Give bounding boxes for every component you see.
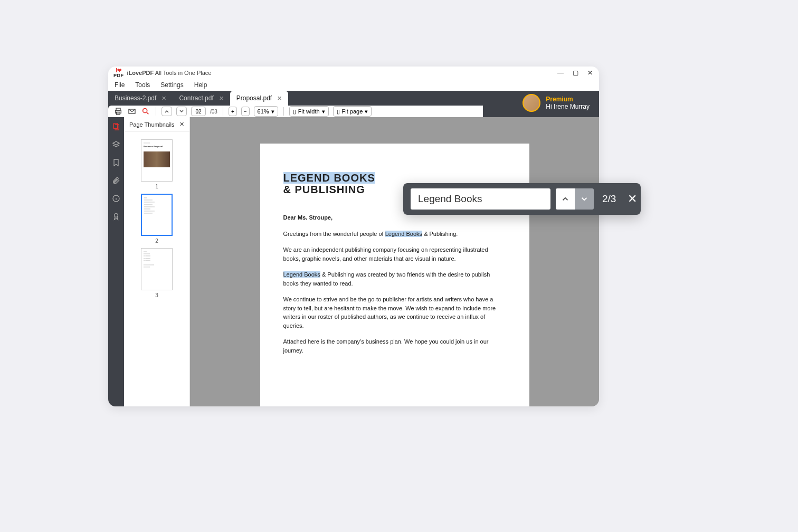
search-prev-button[interactable] (556, 188, 575, 210)
thumb-cover-image (144, 151, 170, 167)
user-block[interactable]: Premium Hi Irene Murray (522, 94, 590, 112)
thumbnail-number: 1 (155, 184, 158, 189)
paragraph-4: We continue to strive and be the go-to p… (283, 295, 506, 330)
search-result-count: 2/3 (602, 193, 616, 205)
paragraph-5: Attached here is the company's business … (283, 337, 506, 355)
thumbnail-3[interactable]: ━━━━━━━━━━━ ━━━━━━ ━━━━━━ ━━━━━━━━━━━━━━… (141, 248, 173, 290)
menu-help[interactable]: Help (194, 81, 207, 89)
thumbnail-number: 3 (155, 292, 158, 298)
prev-page-button[interactable] (162, 107, 172, 116)
thumbnail-1[interactable]: ━━━━━━ Business Proposal (141, 139, 173, 182)
separator (156, 107, 156, 116)
titlebar: I❤ PDF iLovePDF All Tools in One Place —… (108, 66, 599, 79)
app-window: I❤ PDF iLovePDF All Tools in One Place —… (108, 66, 599, 406)
premium-badge: Premium (546, 96, 590, 103)
close-button[interactable]: ✕ (586, 69, 594, 77)
search-highlight: Legend Books (283, 271, 320, 278)
paragraph-3: Legend Books & Publishing was created by… (283, 270, 506, 288)
attachment-icon[interactable] (112, 176, 120, 185)
tab-close-icon[interactable]: ✕ (277, 95, 282, 102)
avatar (522, 94, 540, 112)
thumbnail-item[interactable]: ━━━━━━ Business Proposal 1 (141, 139, 173, 189)
app-logo: I❤ PDF (113, 68, 124, 78)
page-total: /03 (210, 109, 217, 115)
search-icon[interactable] (141, 107, 150, 116)
icon-rail (108, 117, 124, 406)
tab-contract[interactable]: Contract.pdf ✕ (173, 91, 230, 106)
search-close-icon[interactable]: ✕ (628, 193, 637, 205)
thumbnail-item[interactable]: ━━━━━━━━━━━ ━━━━━━ ━━━━━━ ━━━━━━━━━━━━━━… (141, 248, 173, 298)
paragraph-2: We are an independent publishing company… (283, 245, 506, 263)
thumbnail-item[interactable]: ━━━━━━━━━━━━━━━━━━━━━━━━━━━━━━━━━━━━━━━━… (141, 194, 173, 244)
logo-heart-icon: I❤ (116, 68, 121, 73)
search-bar: 2/3 ✕ (403, 183, 641, 215)
chevron-down-icon: ▾ (322, 108, 325, 115)
mail-icon[interactable] (127, 107, 137, 116)
fit-width-dropdown[interactable]: ▯ Fit width ▾ (289, 106, 329, 117)
maximize-button[interactable]: ▢ (572, 69, 579, 77)
tab-proposal[interactable]: Proposal.pdf ✕ (230, 91, 288, 106)
paragraph-1: Greetings from the wonderful people of L… (283, 230, 506, 239)
thumbnails-panel: Page Thumbnails ✕ ━━━━━━ Business Propos… (124, 117, 190, 406)
bookmark-icon[interactable] (112, 158, 120, 167)
fit-page-dropdown[interactable]: ▯ Fit page ▾ (333, 106, 372, 117)
layers-icon[interactable] (112, 140, 120, 149)
chevron-down-icon: ▾ (365, 108, 368, 115)
tab-business[interactable]: Business-2.pdf ✕ (108, 91, 173, 106)
menu-tools[interactable]: Tools (135, 81, 150, 89)
thumbnail-2[interactable]: ━━━━━━━━━━━━━━━━━━━━━━━━━━━━━━━━━━━━━━━━… (141, 194, 173, 236)
menu-file[interactable]: File (115, 81, 125, 89)
panel-close-icon[interactable]: ✕ (179, 121, 184, 128)
search-input[interactable] (411, 188, 550, 210)
thumb-cover-title: Business Proposal (144, 145, 170, 148)
minimize-button[interactable]: — (557, 69, 564, 77)
search-highlight: Legend Books (385, 231, 422, 237)
search-nav-group (556, 188, 594, 210)
separator (283, 107, 284, 116)
tab-close-icon[interactable]: ✕ (162, 95, 166, 102)
content-area: Page Thumbnails ✕ ━━━━━━ Business Propos… (108, 117, 599, 406)
window-title: iLovePDF All Tools in One Place (127, 70, 212, 76)
zoom-in-button[interactable]: + (229, 107, 237, 116)
user-text: Premium Hi Irene Murray (546, 96, 590, 110)
tab-label: Contract.pdf (179, 94, 213, 102)
separator (223, 107, 223, 116)
tab-close-icon[interactable]: ✕ (219, 95, 224, 102)
zoom-out-button[interactable]: − (241, 107, 250, 116)
tab-label: Proposal.pdf (236, 94, 272, 102)
thumbnails-icon[interactable] (112, 122, 120, 131)
thumbnails-title: Page Thumbnails (129, 121, 174, 128)
menu-settings[interactable]: Settings (160, 81, 183, 89)
next-page-button[interactable] (176, 107, 187, 116)
chevron-down-icon: ▾ (271, 108, 274, 115)
tab-label: Business-2.pdf (115, 94, 156, 102)
info-icon[interactable] (112, 194, 120, 203)
thumbnails-header: Page Thumbnails ✕ (124, 117, 189, 132)
logo-pdf-text: PDF (113, 73, 124, 78)
svg-point-7 (115, 214, 118, 217)
thumbnail-number: 2 (155, 238, 158, 244)
search-next-button[interactable] (575, 188, 594, 210)
zoom-dropdown[interactable]: 61% ▾ (254, 106, 278, 117)
tabs-row: Business-2.pdf ✕ Contract.pdf ✕ Proposal… (108, 91, 599, 117)
heading-highlight: LEGEND BOOKS (283, 172, 375, 184)
heading-line2: & PUBLISHING (283, 184, 365, 195)
user-greeting: Hi Irene Murray (546, 103, 590, 110)
letter-body: Dear Ms. Stroupe, Greetings from the won… (283, 213, 506, 355)
print-icon[interactable] (113, 107, 123, 116)
thumbnails-list: ━━━━━━ Business Proposal 1 ━━━━━━━━━━━━━… (124, 132, 189, 406)
page-number-input[interactable] (191, 107, 206, 116)
toolbar: /03 + − 61% ▾ ▯ Fit width ▾ ▯ Fit page ▾ (108, 106, 483, 117)
window-controls: — ▢ ✕ (557, 69, 594, 77)
menubar: File Tools Settings Help (108, 79, 599, 91)
document-viewer[interactable]: LEGEND BOOKS & PUBLISHING Dear Ms. Strou… (190, 117, 599, 406)
svg-point-4 (143, 109, 147, 113)
ribbon-icon[interactable] (112, 212, 120, 221)
